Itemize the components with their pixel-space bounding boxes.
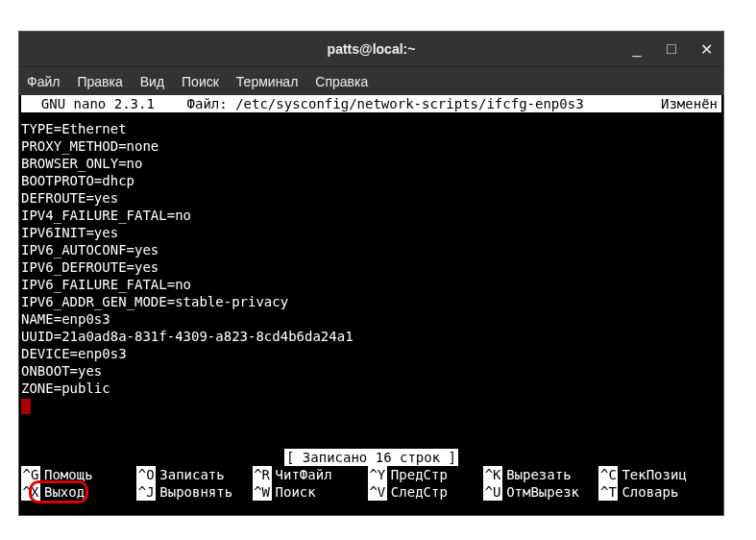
file-content[interactable]: TYPE=Ethernet PROXY_METHOD=none BROWSER_…: [21, 112, 721, 414]
terminal-content[interactable]: GNU nano 2.3.1 Файл: /etc/sysconfig/netw…: [19, 95, 723, 501]
file-line: ONBOOT=yes: [21, 362, 721, 380]
file-line: IPV6_ADDR_GEN_MODE=stable-privacy: [21, 293, 721, 310]
menu-terminal[interactable]: Терминал: [236, 74, 298, 89]
shortcut-prevpage: ^YПредСтр: [368, 466, 483, 483]
shortcut-exit: ^XВыход: [21, 483, 136, 501]
file-line: IPV6_DEFROUTE=yes: [21, 258, 721, 276]
shortcut-readfile: ^RЧитФайл: [253, 466, 368, 483]
shortcut-justify: ^JВыровнять: [136, 483, 252, 501]
file-line: IPV6_FAILURE_FATAL=no: [21, 276, 721, 293]
shortcuts-row-2: ^XВыход ^JВыровнять ^WПоиск ^VСледСтр ^U…: [21, 483, 721, 501]
nano-filename: Файл: /etc/sysconfig/network-scripts/ifc…: [187, 95, 584, 112]
shortcut-nextpage: ^VСледСтр: [368, 483, 483, 501]
nano-version: GNU nano 2.3.1: [25, 95, 155, 112]
shortcut-cut: ^KВырезать: [483, 466, 598, 483]
file-line: UUID=21a0ad8a-831f-4309-a823-8cd4b6da24a…: [21, 328, 721, 345]
shortcut-writeout: ^OЗаписать: [136, 466, 252, 483]
shortcut-spell: ^TСловарь: [598, 483, 714, 501]
status-message: [ Записано 16 строк ]: [284, 449, 458, 466]
file-line: BROWSER_ONLY=no: [21, 155, 721, 172]
cursor-line: [21, 397, 721, 414]
menu-view[interactable]: Вид: [140, 74, 164, 89]
close-button[interactable]: ✕: [696, 40, 716, 59]
file-line: ZONE=public: [21, 380, 721, 397]
menu-edit[interactable]: Правка: [77, 74, 122, 89]
window-title: patts@local:~: [328, 41, 416, 57]
file-line: IPV6INIT=yes: [21, 224, 721, 241]
file-line: DEFROUTE=yes: [21, 189, 721, 207]
shortcut-uncut: ^UОтмВырезк: [483, 483, 598, 501]
file-line: DEVICE=enp0s3: [21, 345, 721, 362]
maximize-button[interactable]: □: [662, 40, 681, 59]
nano-modified: Изменён: [661, 95, 718, 112]
minimize-button[interactable]: _: [627, 40, 646, 59]
file-line: BOOTPROTO=dhcp: [21, 172, 721, 189]
file-line: IPV6_AUTOCONF=yes: [21, 241, 721, 258]
titlebar: patts@local:~ _ □ ✕: [19, 32, 723, 66]
window-controls: _ □ ✕: [627, 40, 716, 59]
file-line: IPV4_FAILURE_FATAL=no: [21, 207, 721, 224]
cursor: [21, 399, 31, 414]
shortcut-where: ^WПоиск: [253, 483, 368, 501]
terminal-window: patts@local:~ _ □ ✕ Файл Правка Вид Поис…: [18, 31, 724, 516]
status-line: [ Записано 16 строк ]: [21, 449, 721, 466]
nano-header: GNU nano 2.3.1 Файл: /etc/sysconfig/netw…: [21, 95, 721, 112]
shortcuts-row-1: ^GПомощь ^OЗаписать ^RЧитФайл ^YПредСтр …: [21, 466, 721, 483]
menu-help[interactable]: Справка: [315, 74, 368, 89]
file-line: PROXY_METHOD=none: [21, 137, 721, 155]
menu-search[interactable]: Поиск: [182, 74, 219, 89]
shortcut-help: ^GПомощь: [21, 466, 136, 483]
file-line: NAME=enp0s3: [21, 310, 721, 328]
menu-file[interactable]: Файл: [27, 74, 60, 89]
file-line: TYPE=Ethernet: [21, 120, 721, 137]
menubar: Файл Правка Вид Поиск Терминал Справка: [19, 66, 723, 95]
highlighted-exit: Выход: [40, 483, 85, 501]
shortcut-curpos: ^CТекПозиц: [598, 466, 714, 483]
